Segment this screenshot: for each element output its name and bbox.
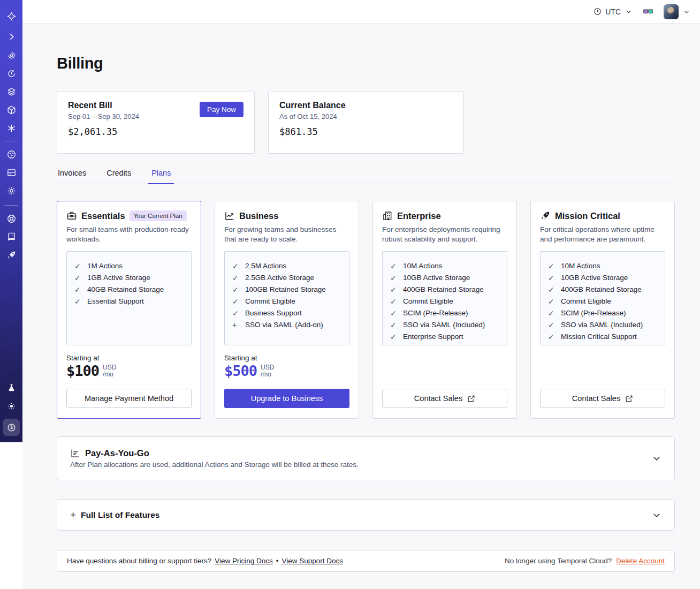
chevron-down-icon[interactable] [652, 454, 661, 463]
theme-sun-icon[interactable] [5, 399, 18, 412]
payg-title: Pay-As-You-Go [85, 448, 149, 458]
check-icon: ✓ [390, 272, 398, 284]
namespaces-spiral-icon[interactable] [5, 49, 18, 62]
plan-card-enterprise: Enterprise For enterprise deployments re… [372, 201, 517, 419]
payg-accordion[interactable]: Pay-As-You-Go After Plan allocations are… [57, 436, 675, 480]
check-icon: ✓ [74, 260, 82, 272]
price-amount: $100 [66, 363, 99, 379]
docs-book-icon[interactable] [5, 230, 18, 243]
price-block: Starting at $100 USD/mo [66, 354, 192, 379]
chevron-down-icon [683, 8, 690, 16]
external-link-icon [625, 395, 633, 403]
features-accordion[interactable]: + Full List of Features [57, 499, 675, 531]
plan-name: Essentials [81, 211, 125, 221]
contact-sales-button[interactable]: Contact Sales [382, 389, 507, 408]
current-balance-amount: $861.35 [279, 126, 453, 137]
clock-icon [594, 7, 602, 16]
check-icon: ✓ [232, 284, 240, 296]
plus-icon: + [70, 510, 76, 520]
price-currency: USD [103, 364, 116, 371]
tab-invoices[interactable]: Invoices [57, 169, 87, 184]
feature-item: ✓2.5GB Active Storage [232, 272, 341, 284]
chevron-down-icon[interactable] [652, 510, 661, 520]
building-icon [382, 210, 393, 221]
check-icon: ✓ [390, 307, 398, 319]
temporal-logo-icon[interactable] [5, 10, 18, 22]
check-icon: ✓ [548, 296, 556, 307]
plan-description: For critical operations where uptime and… [540, 225, 665, 244]
footer-separator: • [276, 557, 279, 565]
layers-icon[interactable] [5, 85, 18, 98]
feature-item: ✓400GB Retained Storage [548, 284, 657, 296]
account-menu[interactable] [664, 4, 690, 19]
feature-item: ✓Mission Critical Support [548, 331, 657, 343]
timezone-selector[interactable]: UTC [594, 7, 633, 16]
plan-description: For growing teams and businesses that ar… [224, 225, 349, 244]
page-title: Billing [57, 55, 675, 72]
feature-item: ✓10GB Active Storage [390, 272, 499, 284]
price-currency: USD [261, 364, 274, 371]
check-icon: ✓ [390, 296, 398, 307]
feature-item: ✓SCIM (Pre-Release) [390, 307, 499, 319]
pricing-docs-link[interactable]: View Pricing Docs [215, 557, 273, 565]
tab-plans[interactable]: Plans [150, 169, 172, 184]
avatar[interactable] [664, 4, 679, 19]
check-icon: ✓ [74, 284, 82, 296]
schedules-clock-icon[interactable] [5, 67, 18, 80]
manage-payment-button[interactable]: Manage Payment Method [66, 389, 192, 408]
price-amount: $500 [224, 363, 257, 379]
tab-credits[interactable]: Credits [105, 169, 132, 184]
footer-bar: Have questions about billing or support … [57, 550, 675, 572]
nexus-asterisk-icon[interactable] [5, 122, 18, 134]
billing-card-icon[interactable] [5, 166, 18, 179]
plans-grid: Essentials Your Current Plan For small t… [57, 201, 675, 419]
feature-item: ✓10GB Active Storage [548, 272, 657, 284]
recent-bill-amount: $2,061.35 [68, 126, 244, 137]
rocket-icon [540, 210, 551, 221]
current-balance-period: As of Oct 15, 2024 [279, 112, 453, 120]
upgrade-business-button[interactable]: Upgrade to Business [224, 389, 349, 408]
usage-face-icon[interactable] [5, 148, 18, 161]
feature-item: ✓SCIM (Pre-Release) [548, 307, 657, 319]
plan-description: For enterprise deployments requiring rob… [382, 225, 507, 244]
chevron-down-icon [625, 7, 633, 16]
feature-item: ✓Enterprise Support [390, 331, 499, 343]
feature-item: ✓2.5M Actions [232, 260, 341, 272]
glasses-icon[interactable] [642, 6, 654, 18]
sidebar-divider [4, 205, 18, 206]
support-docs-link[interactable]: View Support Docs [281, 557, 343, 565]
external-link-icon [467, 395, 475, 403]
support-lifebuoy-icon[interactable] [5, 212, 18, 225]
delete-account-link[interactable]: Delete Account [616, 557, 665, 565]
settings-gear-icon[interactable] [5, 184, 18, 197]
check-icon: ✓ [548, 260, 556, 272]
plan-feature-box: ✓2.5M Actions ✓2.5GB Active Storage ✓100… [224, 251, 349, 345]
feature-item: ✓Commit Eligible [232, 296, 341, 307]
features-title: Full List of Features [81, 510, 159, 520]
check-icon: ✓ [390, 319, 398, 331]
timezone-label: UTC [605, 7, 621, 16]
check-icon: ✓ [232, 296, 240, 307]
current-balance-card: Current Balance As of Oct 15, 2024 $861.… [268, 92, 464, 154]
contact-sales-button[interactable]: Contact Sales [540, 389, 665, 408]
expand-chevron-icon[interactable] [5, 30, 18, 43]
plan-feature-box: ✓1M Actions ✓1GB Active Storage ✓40GB Re… [66, 251, 192, 345]
check-icon: ✓ [74, 296, 82, 307]
topbar: UTC [22, 0, 700, 24]
payg-subtitle: After Plan allocations are used, additio… [70, 460, 652, 469]
getting-started-rocket-icon[interactable] [5, 248, 18, 261]
deployments-cube-icon[interactable] [5, 103, 18, 116]
bar-chart-icon [70, 448, 80, 458]
feature-item: ✓Essential Support [74, 296, 184, 307]
labs-flask-icon[interactable] [5, 381, 18, 394]
check-icon: ✓ [548, 319, 556, 331]
contact-sales-label: Contact Sales [414, 394, 462, 403]
pay-now-button[interactable]: Pay Now [200, 102, 244, 117]
chart-line-icon [224, 210, 235, 221]
billing-dollar-icon[interactable]: $ [3, 419, 20, 436]
plan-card-business: Business For growing teams and businesse… [215, 201, 359, 419]
feature-item: ✓SSO via SAML (Included) [390, 319, 499, 331]
starting-at-label: Starting at [224, 354, 349, 362]
feature-item: ✓1GB Active Storage [74, 272, 184, 284]
feature-item: ✓100GB Retained Storage [232, 284, 341, 296]
